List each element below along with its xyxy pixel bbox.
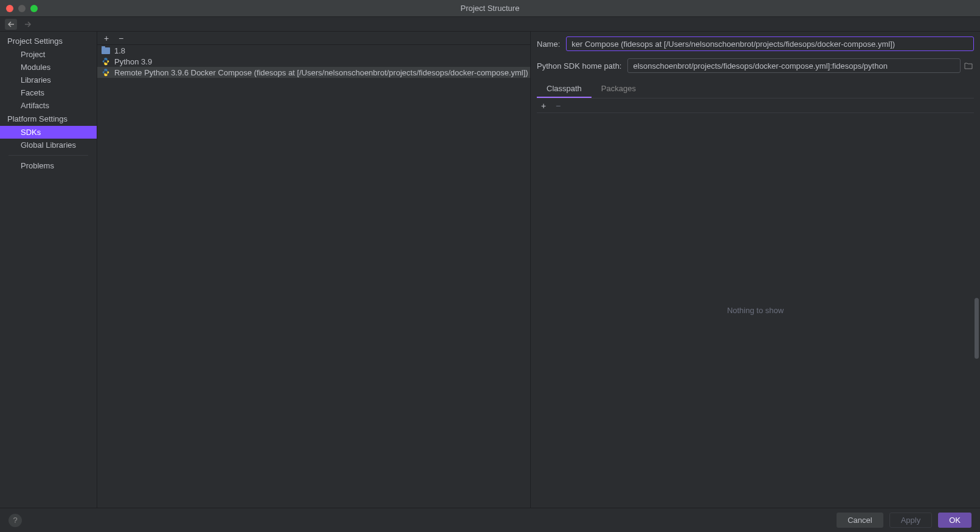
path-input[interactable] bbox=[627, 58, 961, 73]
name-row: Name: bbox=[537, 36, 974, 51]
empty-state-text: Nothing to show bbox=[727, 306, 784, 315]
detail-tabs: Classpath Packages bbox=[537, 80, 974, 98]
sidebar-item-libraries[interactable]: Libraries bbox=[0, 74, 97, 86]
nav-back-button[interactable] bbox=[5, 19, 17, 30]
add-sdk-button[interactable]: + bbox=[102, 34, 111, 43]
name-label: Name: bbox=[537, 40, 560, 49]
sdk-list-toolbar: + − bbox=[97, 32, 530, 45]
browse-path-button[interactable] bbox=[963, 60, 974, 71]
python-icon bbox=[101, 67, 111, 77]
folder-icon bbox=[101, 46, 111, 55]
maximize-window-button[interactable] bbox=[30, 5, 38, 12]
sdk-item-label: Remote Python 3.9.6 Docker Compose (fide… bbox=[114, 68, 528, 77]
apply-button[interactable]: Apply bbox=[889, 513, 933, 528]
nav-bar bbox=[0, 17, 980, 32]
name-input[interactable] bbox=[566, 36, 974, 51]
sidebar-item-artifacts[interactable]: Artifacts bbox=[0, 99, 97, 112]
add-classpath-button[interactable]: + bbox=[539, 102, 548, 110]
traffic-lights bbox=[0, 5, 38, 12]
sidebar-item-project[interactable]: Project bbox=[0, 48, 97, 61]
window-title: Project Structure bbox=[461, 4, 520, 13]
ok-button[interactable]: OK bbox=[938, 513, 971, 528]
title-bar: Project Structure bbox=[0, 0, 980, 17]
sdk-item-label: 1.8 bbox=[114, 46, 125, 55]
classpath-content: Nothing to show bbox=[537, 113, 974, 508]
sdk-list-panel: + − 1.8 Python 3.9 Remote Python 3.9.6 D… bbox=[97, 32, 531, 508]
sidebar-item-problems[interactable]: Problems bbox=[0, 159, 97, 172]
sidebar-item-global-libraries[interactable]: Global Libraries bbox=[0, 139, 97, 151]
scrollbar-thumb[interactable] bbox=[975, 298, 979, 359]
tab-classpath[interactable]: Classpath bbox=[537, 80, 592, 98]
sdk-item-python-3-9[interactable]: Python 3.9 bbox=[97, 56, 530, 67]
minimize-window-button[interactable] bbox=[18, 5, 26, 12]
python-icon bbox=[101, 57, 111, 66]
remove-sdk-button[interactable]: − bbox=[117, 34, 125, 43]
sidebar-header-platform-settings: Platform Settings bbox=[0, 112, 97, 126]
sdk-list: 1.8 Python 3.9 Remote Python 3.9.6 Docke… bbox=[97, 45, 530, 508]
sdk-item-remote-python[interactable]: Remote Python 3.9.6 Docker Compose (fide… bbox=[97, 67, 530, 78]
cancel-button[interactable]: Cancel bbox=[837, 513, 883, 528]
main-content: Project Settings Project Modules Librari… bbox=[0, 32, 980, 508]
sdk-detail-panel: Name: Python SDK home path: Classpath Pa… bbox=[531, 32, 980, 508]
sidebar-divider bbox=[9, 155, 88, 156]
classpath-toolbar: + − bbox=[537, 98, 974, 113]
sdk-item-1-8[interactable]: 1.8 bbox=[97, 45, 530, 56]
close-window-button[interactable] bbox=[6, 5, 13, 12]
path-row: Python SDK home path: bbox=[537, 58, 974, 73]
sidebar-item-facets[interactable]: Facets bbox=[0, 86, 97, 99]
dialog-footer: ? Cancel Apply OK bbox=[0, 508, 980, 532]
left-sidebar: Project Settings Project Modules Librari… bbox=[0, 32, 97, 508]
path-label: Python SDK home path: bbox=[537, 61, 621, 71]
sdk-item-label: Python 3.9 bbox=[114, 57, 152, 66]
sidebar-header-project-settings: Project Settings bbox=[0, 34, 97, 48]
help-button[interactable]: ? bbox=[9, 514, 22, 527]
tab-packages[interactable]: Packages bbox=[592, 80, 646, 98]
footer-buttons: Cancel Apply OK bbox=[837, 513, 971, 528]
remove-classpath-button[interactable]: − bbox=[554, 102, 562, 110]
sidebar-item-modules[interactable]: Modules bbox=[0, 61, 97, 74]
nav-forward-button[interactable] bbox=[22, 19, 34, 30]
sidebar-item-sdks[interactable]: SDKs bbox=[0, 126, 97, 139]
